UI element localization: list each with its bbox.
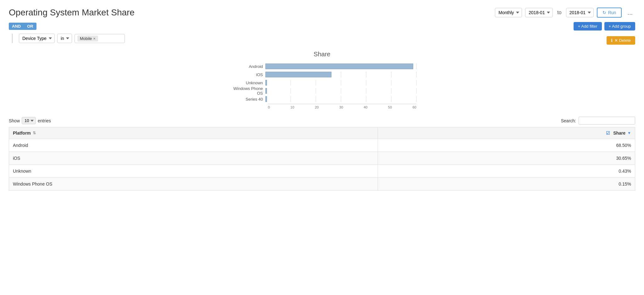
entries-select[interactable]: 10 <box>22 117 36 124</box>
grid-line <box>316 80 316 86</box>
chart-title: Share <box>9 51 635 58</box>
grid-line <box>366 88 366 94</box>
date-to-select[interactable]: 2018-01 <box>566 8 594 17</box>
grid-line <box>291 96 291 102</box>
bar-label: Android <box>228 64 265 69</box>
grid-line <box>416 72 417 77</box>
platform-cell: Android <box>9 139 378 152</box>
bar-fill <box>265 72 331 77</box>
delete-label: ✕ Delete <box>614 38 631 43</box>
delete-filter-button[interactable]: ℹ ✕ Delete <box>607 36 635 45</box>
grid-line <box>341 80 341 86</box>
table-row: Unknown0.43% <box>9 165 635 178</box>
axis-tick: 0 <box>268 105 270 109</box>
and-button[interactable]: AND <box>9 23 24 30</box>
grid-line <box>391 80 391 86</box>
chart-bar-row: iOS <box>228 71 416 78</box>
axis-tick: 60 <box>413 105 416 109</box>
filter-field-select[interactable]: Device Type <box>19 34 55 43</box>
bar-label: Unknown <box>228 81 265 85</box>
grid-line <box>316 96 316 102</box>
axis-tick: 50 <box>388 105 392 109</box>
frequency-select[interactable]: Monthly <box>495 8 522 17</box>
share-cell: 68.50% <box>378 139 635 152</box>
grid-line <box>291 80 291 86</box>
page-title: Operating System Market Share <box>9 8 135 18</box>
filter-value-wrap: Mobile × <box>75 34 125 43</box>
date-from-select[interactable]: 2018-01 <box>525 8 553 17</box>
share-cell: 0.43% <box>378 165 635 178</box>
share-checkbox-icon: ☑ <box>606 131 610 136</box>
add-filter-button[interactable]: + Add filter <box>574 22 602 31</box>
grid-line <box>341 72 341 77</box>
share-column-header[interactable]: ☑ Share ▼ <box>378 127 635 139</box>
bar-fill <box>265 88 267 94</box>
axis-tick: 40 <box>364 105 367 109</box>
bar-label: Series 40 <box>228 97 265 102</box>
grid-line <box>341 88 341 94</box>
or-button[interactable]: OR <box>24 23 36 30</box>
chart-bar-row: Unknown <box>228 79 416 86</box>
grid-line <box>416 88 417 94</box>
filter-tag-label: Mobile <box>80 36 92 41</box>
grid-line <box>416 64 417 69</box>
grid-line <box>341 96 341 102</box>
table-row: iOS30.65% <box>9 152 635 165</box>
grid-line <box>391 72 391 77</box>
bar-fill <box>265 64 413 69</box>
grid-line <box>416 96 417 102</box>
filter-tag-remove[interactable]: × <box>93 36 96 41</box>
platform-column-header[interactable]: Platform ⇅ <box>9 127 378 139</box>
table-row: Android68.50% <box>9 139 635 152</box>
bar-label: Windows Phone OS <box>228 86 265 96</box>
grid-line <box>291 88 291 94</box>
platform-sort-icon: ⇅ <box>33 131 36 135</box>
chart-bar-row: Android <box>228 63 416 70</box>
platform-cell: Windows Phone OS <box>9 178 378 191</box>
grid-line <box>416 80 417 86</box>
axis-tick: 30 <box>339 105 343 109</box>
grid-line <box>391 88 391 94</box>
run-button[interactable]: ↻ Run <box>597 8 622 18</box>
chart-bar-row: Series 40 <box>228 96 416 103</box>
refresh-icon: ↻ <box>602 10 606 15</box>
search-label: Search: <box>561 118 576 123</box>
show-label: Show <box>9 118 20 123</box>
to-label: to <box>556 10 563 15</box>
axis-tick: 20 <box>315 105 319 109</box>
share-cell: 0.15% <box>378 178 635 191</box>
axis-tick: 10 <box>291 105 294 109</box>
grid-line <box>366 72 366 77</box>
grid-line <box>366 80 366 86</box>
run-label: Run <box>608 10 616 15</box>
more-options-button[interactable]: ... <box>625 8 635 18</box>
share-cell: 30.65% <box>378 152 635 165</box>
data-table: Platform ⇅ ☑ Share ▼ Android68.50%iOS30.… <box>9 127 635 191</box>
add-group-button[interactable]: + Add group <box>604 22 635 31</box>
filter-tag: Mobile × <box>77 36 98 42</box>
chart-bar-row: Windows Phone OS <box>228 87 416 94</box>
grid-line <box>316 88 316 94</box>
bar-fill <box>265 80 267 86</box>
table-row: Windows Phone OS0.15% <box>9 178 635 191</box>
grid-line <box>366 96 366 102</box>
share-sort-icon: ▼ <box>627 131 631 135</box>
bar-label: iOS <box>228 72 265 77</box>
bar-fill <box>265 96 267 102</box>
search-input[interactable] <box>579 117 635 125</box>
platform-cell: iOS <box>9 152 378 165</box>
entries-label: entries <box>38 118 51 123</box>
filter-operator-select[interactable]: in <box>57 34 72 43</box>
grid-line <box>391 96 391 102</box>
info-icon: ℹ <box>611 38 613 43</box>
platform-cell: Unknown <box>9 165 378 178</box>
